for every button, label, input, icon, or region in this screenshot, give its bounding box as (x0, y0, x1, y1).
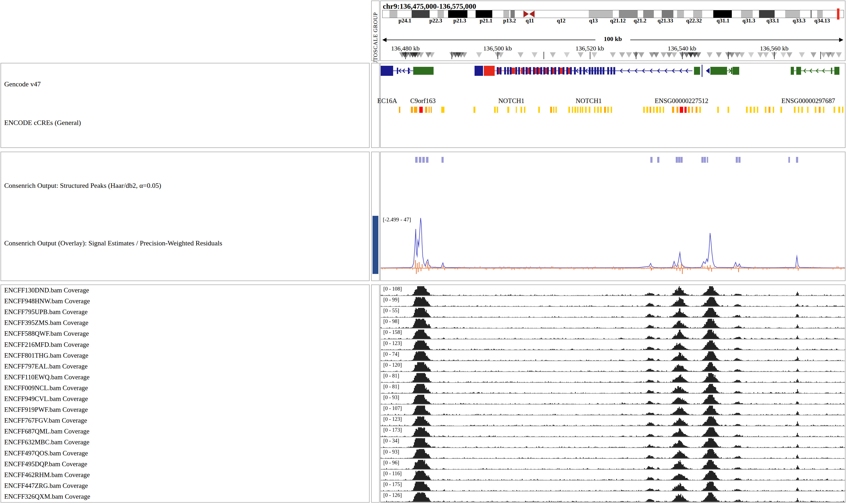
gene-exon-bar (614, 67, 615, 74)
ccre-element (819, 107, 821, 113)
locus-text: chr9:136,475,000-136,575,000 (383, 2, 476, 11)
ccre-element (656, 107, 658, 113)
coverage-track-label[interactable]: ENCFF949CVL.bam Coverage (4, 395, 88, 402)
coverage-track-label[interactable]: ENCFF948HNW.bam Coverage (4, 298, 90, 305)
gene-exon-bar (537, 67, 538, 74)
structured-peaks-track[interactable] (381, 157, 845, 163)
coverage-tracks-area[interactable]: [0 - 108][0 - 99][0 - 55][0 - 98][0 - 15… (381, 285, 845, 502)
gene-exon-tick (731, 68, 732, 74)
ruler-tick (405, 52, 406, 59)
structured-peak-bar (650, 157, 653, 163)
ruler-tick (543, 52, 544, 59)
ruler-tick (821, 52, 821, 59)
ideogram-band-labels: p24.1p22.3p21.3p21.1p13.2q11q12q13q21.12… (382, 17, 843, 24)
scale-arrow-line-right (630, 40, 841, 40)
gene-arrow-solid-icon (706, 68, 710, 74)
coverage-track-label[interactable]: ENCFF797EAL.bam Coverage (4, 363, 87, 370)
gene-exon-box (796, 67, 801, 75)
overlay-signal-canvas[interactable] (381, 216, 845, 274)
ruler[interactable]: 136,480 kb136,500 kb136,520 kb136,540 kb… (382, 45, 843, 52)
ideogram-band (643, 10, 654, 18)
ideogram-band-label: q13 (589, 17, 598, 24)
ideogram-band (448, 10, 467, 18)
ccre-element (746, 107, 748, 113)
ideogram-band (619, 10, 638, 18)
gene-exon-bar (607, 67, 609, 74)
ccre-element (429, 107, 430, 113)
coverage-track-label[interactable]: ENCFF767FGV.bam Coverage (4, 417, 87, 424)
gene-exon-bar (515, 67, 517, 74)
ccre-element (572, 107, 573, 113)
repeat-marker-triangle (739, 52, 745, 58)
ccres-track[interactable] (381, 107, 845, 113)
ccre-element (497, 107, 498, 113)
ideogram-band-label: q11 (525, 17, 534, 24)
structured-peak-bar (796, 157, 798, 163)
gene-name-label: ENSG00000227512 (655, 97, 708, 105)
ccre-element (807, 107, 809, 113)
coverage-range-label: [0 - 93] (383, 449, 399, 455)
coverage-track-label[interactable]: ENCFF110EWQ.bam Coverage (4, 374, 90, 381)
coverage-range-label: [0 - 126] (383, 492, 402, 498)
ccre-element (750, 107, 752, 113)
track-label-ccres[interactable]: ENCODE cCREs (General) (4, 119, 81, 127)
coverage-track-label[interactable]: ENCFF687QML.bam Coverage (4, 428, 89, 435)
ccre-element (574, 107, 576, 113)
ideogram-band-label: q31.3 (742, 17, 755, 24)
coverage-track-label[interactable]: ENCFF588QWF.bam Coverage (4, 330, 89, 337)
coverage-track-label[interactable]: ENCFF462RHM.bam Coverage (4, 471, 90, 479)
coverage-track-label[interactable]: ENCFF495DQP.bam Coverage (4, 461, 87, 468)
ideogram-band (430, 10, 437, 18)
coverage-track-label[interactable]: ENCFF216MFD.bam Coverage (4, 341, 89, 348)
coverage-data-panel: [0 - 108][0 - 99][0 - 55][0 - 98][0 - 15… (380, 285, 845, 503)
coverage-track-label[interactable]: ENCFF447ZRG.bam Coverage (4, 482, 88, 489)
autoscale-group-label: AUTOSCALE GROUP (372, 12, 379, 69)
ccre-element (516, 107, 517, 113)
gene-exon-bar (597, 67, 599, 74)
annotation-label-panel: Gencode v47 ENCODE cCREs (General) (1, 63, 369, 148)
overlay-signal-track[interactable]: [-2.499 - 47] (381, 216, 845, 274)
coverage-range-label: [0 - 158] (383, 329, 402, 335)
strand-arrow-icon (402, 69, 407, 73)
coverage-track-label[interactable]: ENCFF801THG.bam Coverage (4, 352, 88, 359)
coverage-track-label[interactable]: ENCFF919PWF.bam Coverage (4, 406, 88, 413)
gene-exon-box (834, 67, 840, 75)
coverage-track-label[interactable]: ENCFF130DND.bam Coverage (4, 287, 89, 294)
coverage-track-label[interactable]: ENCFF009NCL.bam Coverage (4, 384, 88, 392)
coverage-track-label[interactable]: ENCFF795UPB.bam Coverage (4, 308, 87, 316)
gencode-gene-track[interactable] (381, 64, 845, 79)
coverage-track-label[interactable]: ENCFF395ZMS.bam Coverage (4, 319, 88, 326)
track-label-structured-peaks[interactable]: Consenrich Output: Structured Peaks (Haa… (4, 182, 161, 190)
coverage-range-label: [0 - 81] (383, 383, 399, 390)
gene-exon-tick (831, 68, 832, 74)
coverage-range-label: [0 - 173] (383, 427, 402, 433)
coverage-track-label[interactable]: ENCFF497QOS.bam Coverage (4, 450, 88, 457)
track-label-overlay[interactable]: Consenrich Output (Overlay): Signal Esti… (4, 239, 222, 247)
coverage-track-label[interactable]: ENCFF326QXM.bam Coverage (4, 493, 90, 500)
ccre-element (399, 107, 400, 113)
coverage-range-label: [0 - 81] (383, 373, 399, 379)
coverage-label-panel: ENCFF130DND.bam CoverageENCFF948HNW.bam … (1, 285, 369, 503)
scale-bar: 100 kb (382, 35, 843, 43)
ccre-element (577, 107, 579, 113)
gene-exon-bar (566, 67, 568, 74)
coverage-range-label: [0 - 96] (383, 460, 399, 466)
strand-arrow-icon (816, 69, 821, 73)
ccre-element (757, 107, 758, 113)
ruler-tick (682, 52, 683, 59)
ccre-element (589, 107, 590, 113)
strand-arrow-icon (620, 69, 624, 73)
track-label-gencode[interactable]: Gencode v47 (4, 80, 41, 88)
ideogram-band (511, 10, 515, 18)
ideogram-band-label: q12 (557, 17, 566, 24)
structured-peak-bar (788, 157, 790, 163)
ideogram-band (654, 10, 662, 18)
attribute-column-header: AUTOSCALE GROUP (371, 1, 380, 61)
ruler-tick (728, 52, 729, 59)
gene-exon-box (474, 66, 483, 76)
chromosome-ideogram[interactable] (382, 10, 844, 18)
autoscale-group-bar[interactable] (373, 216, 378, 274)
coverage-track-label[interactable]: ENCFF632MBC.bam Coverage (4, 438, 89, 446)
ideogram-band (677, 10, 684, 18)
ideogram-band (638, 10, 643, 18)
